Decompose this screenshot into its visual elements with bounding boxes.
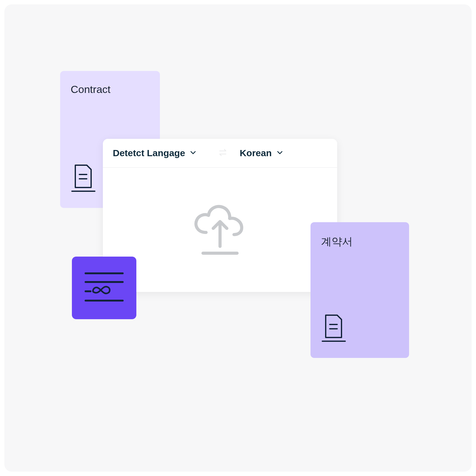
swap-languages-icon[interactable] xyxy=(217,147,228,159)
text-wrap-tile xyxy=(72,257,136,319)
source-language-label: Detetct Langage xyxy=(113,148,185,158)
chevron-down-icon xyxy=(276,149,284,157)
document-icon xyxy=(71,164,96,194)
target-document-title: 계약서 xyxy=(321,235,399,249)
text-wrap-infinity-icon xyxy=(81,267,127,309)
translator-header: Detetct Langage Korean xyxy=(103,139,337,168)
translator-panel: Detetct Langage Korean xyxy=(103,139,337,292)
canvas-background: Contract Detetct Langage xyxy=(4,4,472,472)
source-language-select[interactable]: Detetct Langage xyxy=(113,148,197,158)
document-icon xyxy=(322,314,346,344)
target-document-card: 계약서 xyxy=(311,222,409,358)
target-language-label: Korean xyxy=(240,148,271,158)
chevron-down-icon xyxy=(189,149,197,157)
cloud-upload-icon xyxy=(187,200,253,260)
source-document-title: Contract xyxy=(71,83,149,95)
target-language-select[interactable]: Korean xyxy=(240,148,283,158)
upload-dropzone[interactable] xyxy=(103,168,337,292)
